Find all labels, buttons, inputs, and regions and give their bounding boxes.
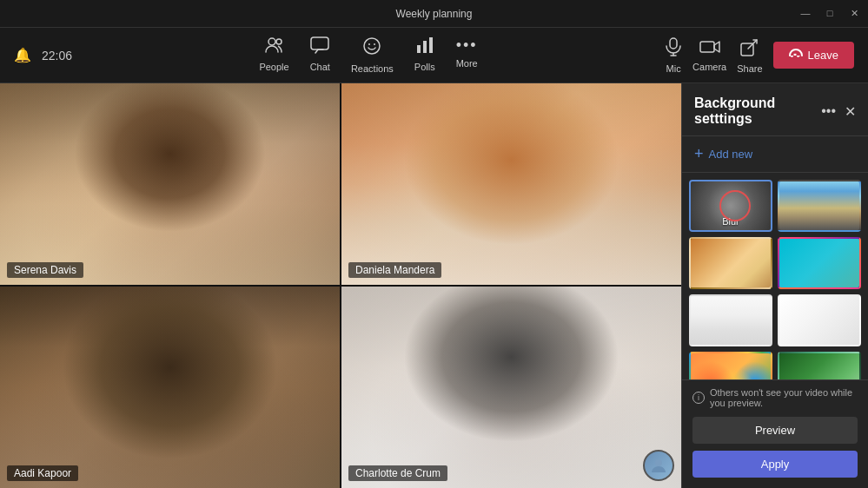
person-overlay-2	[341, 83, 681, 285]
close-button[interactable]: ✕	[847, 8, 861, 19]
video-cell-aadi: Aadi Kapoor	[0, 287, 340, 488]
person-overlay-3	[0, 287, 340, 488]
mic-button[interactable]: Mic	[665, 37, 682, 74]
apply-button[interactable]: Apply	[692, 451, 858, 478]
reactions-icon	[362, 36, 381, 60]
add-new-button[interactable]: + Add new	[682, 136, 868, 173]
office1-overlay	[691, 239, 771, 287]
svg-rect-7	[423, 41, 427, 53]
self-avatar	[643, 450, 674, 481]
svg-point-3	[364, 38, 380, 54]
bg-thumb-light-room[interactable]	[689, 294, 772, 346]
leave-button[interactable]: Leave	[773, 42, 854, 69]
chat-label: Chat	[310, 62, 330, 72]
more-icon: •••	[456, 36, 478, 55]
video-cell-serena: Serena Davis	[0, 83, 340, 285]
svg-point-1	[276, 39, 282, 44]
bg-overlay-1	[0, 83, 340, 285]
camera-label: Camera	[692, 62, 726, 72]
bg-thumb-balloons[interactable]	[689, 352, 772, 379]
mic-label: Mic	[666, 63, 681, 74]
bg-thumb-grid: Blur	[689, 180, 861, 379]
bg-thumb-office1[interactable]	[689, 237, 772, 289]
bell-icon[interactable]: 🔔	[14, 47, 31, 63]
bg-panel-close-button[interactable]: ✕	[845, 103, 856, 120]
participant-label-aadi: Aadi Kapoor	[7, 465, 78, 481]
colorful-overlay	[779, 239, 859, 287]
toolbar-polls[interactable]: Polls	[414, 36, 435, 74]
main-area: Serena Davis Daniela Mandera Aadi Kapoor	[0, 83, 868, 488]
reactions-label: Reactions	[351, 63, 394, 74]
svg-point-5	[374, 43, 375, 45]
bg-thumb-city[interactable]	[778, 180, 861, 232]
bg-thumb-blur[interactable]: Blur	[689, 180, 772, 232]
add-new-label: Add new	[709, 148, 753, 161]
polls-icon	[415, 36, 434, 58]
svg-rect-6	[417, 45, 421, 53]
people-label: People	[259, 62, 288, 72]
svg-rect-8	[429, 37, 433, 53]
video-inner-serena: Serena Davis	[0, 83, 340, 285]
bg-panel-header: Background setttings ••• ✕	[682, 83, 868, 136]
svg-rect-2	[311, 37, 328, 49]
leave-label: Leave	[808, 49, 838, 62]
svg-rect-12	[700, 42, 714, 52]
toolbar-more[interactable]: ••• More	[456, 36, 478, 74]
bg-thumbnails-area: Blur	[682, 173, 868, 379]
share-button[interactable]: Share	[737, 37, 762, 74]
polls-label: Polls	[414, 62, 435, 72]
video-cell-charlotte: Charlotte de Crum	[341, 287, 681, 488]
chat-icon	[310, 36, 329, 58]
preview-button[interactable]: Preview	[692, 417, 858, 444]
video-inner-charlotte: Charlotte de Crum	[341, 287, 681, 488]
bg-panel-title: Background setttings	[694, 96, 821, 127]
bg-panel-controls: ••• ✕	[821, 103, 856, 120]
participant-label-serena: Serena Davis	[7, 262, 83, 278]
info-icon: i	[692, 392, 705, 404]
toolbar-reactions[interactable]: Reactions	[351, 36, 394, 74]
person-overlay-4	[341, 287, 681, 488]
preview-note-text: Others won't see your video while you pr…	[710, 387, 858, 408]
blur-label: Blur	[722, 216, 739, 227]
toolbar-chat[interactable]: Chat	[310, 36, 330, 74]
title-bar-controls: — □ ✕	[798, 8, 861, 19]
phone-icon	[789, 49, 803, 62]
people-icon	[265, 36, 284, 58]
call-time: 22:06	[42, 49, 72, 63]
svg-point-14	[655, 459, 662, 466]
maximize-button[interactable]: □	[823, 8, 837, 19]
white-room-overlay	[779, 296, 859, 345]
svg-point-0	[268, 38, 275, 45]
svg-rect-9	[670, 38, 677, 49]
participant-label-charlotte: Charlotte de Crum	[348, 465, 447, 481]
light-room-overlay	[691, 296, 771, 345]
toolbar-left: 🔔 22:06	[14, 47, 72, 63]
minimize-button[interactable]: —	[798, 8, 812, 19]
video-inner-daniela: Daniela Mandera	[341, 83, 681, 285]
balloons-overlay	[691, 353, 771, 379]
bg-panel-more-button[interactable]: •••	[821, 103, 836, 119]
window-title: Weekly planning	[396, 8, 473, 20]
mic-icon	[665, 37, 682, 61]
camera-icon	[699, 39, 720, 59]
add-new-plus: +	[694, 145, 704, 163]
video-cell-daniela: Daniela Mandera	[341, 83, 681, 285]
bg-panel-footer: i Others won't see your video while you …	[682, 379, 868, 488]
share-label: Share	[737, 63, 762, 74]
toolbar-people[interactable]: People	[259, 36, 288, 74]
bg-thumb-green[interactable]	[778, 352, 861, 379]
bg-thumb-white-room[interactable]	[778, 294, 861, 346]
more-label: More	[456, 58, 478, 69]
preview-note: i Others won't see your video while you …	[692, 387, 858, 408]
green-overlay	[779, 353, 859, 379]
camera-button[interactable]: Camera	[692, 39, 726, 72]
title-bar: Weekly planning — □ ✕	[0, 0, 868, 28]
toolbar: 🔔 22:06 People Chat	[0, 28, 868, 83]
toolbar-right: Mic Camera Share	[665, 37, 854, 74]
background-panel: Background setttings ••• ✕ + Add new Blu…	[681, 83, 868, 488]
participant-label-daniela: Daniela Mandera	[348, 262, 441, 278]
svg-point-4	[368, 43, 370, 45]
bg-thumb-colorful[interactable]	[778, 237, 861, 289]
video-inner-aadi: Aadi Kapoor	[0, 287, 340, 488]
toolbar-center: People Chat Reactions	[72, 36, 665, 74]
